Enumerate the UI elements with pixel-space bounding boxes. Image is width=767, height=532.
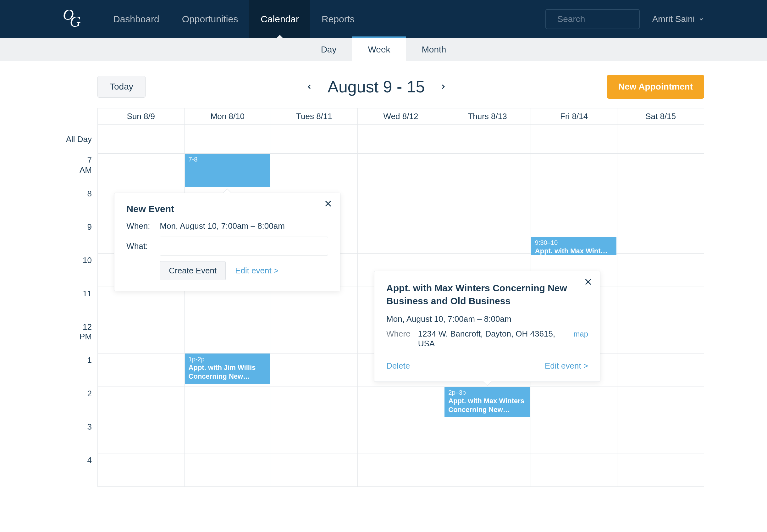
subtab-month[interactable]: Month xyxy=(406,38,462,61)
nav-item-reports[interactable]: Reports xyxy=(310,0,366,38)
when-label: When: xyxy=(126,221,153,231)
what-label: What: xyxy=(126,241,153,251)
subtab-day[interactable]: Day xyxy=(305,38,352,61)
hour-label: 12PM xyxy=(63,320,97,354)
event-block[interactable]: 2p–3p Appt. with Max Winters Concerning … xyxy=(445,387,530,417)
hour-cell[interactable] xyxy=(617,287,704,320)
hour-cell[interactable] xyxy=(271,387,357,420)
all-day-label: All Day xyxy=(63,125,97,154)
nav-item-opportunities[interactable]: Opportunities xyxy=(171,0,249,38)
all-day-cell[interactable] xyxy=(444,125,531,154)
map-link[interactable]: map xyxy=(573,330,588,338)
chevron-left-icon xyxy=(305,83,313,90)
all-day-cell[interactable] xyxy=(357,125,444,154)
hour-cell[interactable] xyxy=(444,220,531,254)
hour-cell[interactable] xyxy=(97,320,184,354)
hour-cell[interactable] xyxy=(617,420,704,453)
grid-corner xyxy=(63,108,97,125)
hour-cell[interactable] xyxy=(184,453,271,487)
user-menu[interactable]: Amrit Saini xyxy=(652,14,704,24)
close-button[interactable] xyxy=(584,277,593,286)
event-time: 7-8 xyxy=(189,156,266,163)
hour-cell[interactable] xyxy=(271,287,357,320)
event-block[interactable]: 9:30–10 Appt. with Max Wint… xyxy=(531,237,617,255)
prev-week-button[interactable] xyxy=(302,80,316,94)
hour-cell[interactable] xyxy=(444,453,531,487)
new-appointment-button[interactable]: New Appointment xyxy=(607,75,704,99)
hour-cell[interactable] xyxy=(271,453,357,487)
calendar-toolbar: Today August 9 - 15 New Appointment xyxy=(0,61,767,108)
hour-cell[interactable] xyxy=(357,187,444,220)
view-subtabs: Day Week Month xyxy=(0,38,767,61)
hour-cell[interactable] xyxy=(97,154,184,187)
hour-cell[interactable] xyxy=(444,187,531,220)
event-time: 9:30–10 xyxy=(535,239,613,247)
day-header: Fri 8/14 xyxy=(531,108,617,125)
edit-event-link[interactable]: Edit event > xyxy=(545,361,588,371)
hour-label: 7AM xyxy=(63,154,97,187)
hour-cell[interactable] xyxy=(531,453,617,487)
event-title: Appt. with Max Wint… xyxy=(535,247,613,255)
user-name: Amrit Saini xyxy=(652,14,695,24)
event-block[interactable]: 1p-2p Appt. with Jim Willis Concerning N… xyxy=(185,354,270,384)
hour-cell[interactable] xyxy=(617,320,704,354)
all-day-cell[interactable] xyxy=(97,125,184,154)
hour-cell[interactable] xyxy=(617,254,704,287)
hour-cell[interactable] xyxy=(617,354,704,387)
hour-cell[interactable] xyxy=(357,220,444,254)
today-button[interactable]: Today xyxy=(97,76,145,98)
hour-cell[interactable] xyxy=(97,420,184,453)
delete-link[interactable]: Delete xyxy=(386,361,410,371)
hour-cell[interactable] xyxy=(617,154,704,187)
hour-cell[interactable] xyxy=(271,420,357,453)
what-input[interactable] xyxy=(160,237,328,255)
hour-cell[interactable] xyxy=(617,187,704,220)
nav-item-dashboard[interactable]: Dashboard xyxy=(102,0,171,38)
hour-cell[interactable] xyxy=(184,420,271,453)
hour-cell[interactable] xyxy=(444,420,531,453)
create-event-button[interactable]: Create Event xyxy=(160,261,226,280)
search-box[interactable] xyxy=(545,9,640,29)
hour-label: 8 xyxy=(63,187,97,220)
logo[interactable]: OG xyxy=(63,9,83,29)
all-day-cell[interactable] xyxy=(271,125,357,154)
subtab-week[interactable]: Week xyxy=(352,38,406,61)
nav-item-calendar[interactable]: Calendar xyxy=(249,0,310,38)
popover-title: New Event xyxy=(126,204,328,214)
all-day-cell[interactable] xyxy=(184,125,271,154)
hour-cell[interactable] xyxy=(357,387,444,420)
hour-cell[interactable] xyxy=(97,287,184,320)
edit-event-link[interactable]: Edit event > xyxy=(235,266,278,276)
hour-cell[interactable] xyxy=(97,354,184,387)
hour-cell[interactable] xyxy=(271,354,357,387)
next-week-button[interactable] xyxy=(436,80,450,94)
day-header: Sun 8/9 xyxy=(97,108,184,125)
top-nav: OG Dashboard Opportunities Calendar Repo… xyxy=(0,0,767,38)
chevron-down-icon xyxy=(699,16,704,22)
hour-cell[interactable] xyxy=(531,187,617,220)
hour-cell[interactable] xyxy=(357,453,444,487)
hour-cell[interactable] xyxy=(617,453,704,487)
hour-cell[interactable] xyxy=(184,320,271,354)
hour-cell[interactable] xyxy=(271,320,357,354)
hour-cell[interactable] xyxy=(357,154,444,187)
event-block[interactable]: 7-8 xyxy=(185,154,270,187)
hour-cell[interactable] xyxy=(357,420,444,453)
hour-cell[interactable] xyxy=(97,387,184,420)
all-day-cell[interactable] xyxy=(617,125,704,154)
hour-cell[interactable] xyxy=(271,154,357,187)
hour-cell[interactable] xyxy=(184,387,271,420)
hour-cell[interactable] xyxy=(97,453,184,487)
hour-cell[interactable] xyxy=(531,420,617,453)
hour-label: 2 xyxy=(63,387,97,420)
all-day-cell[interactable] xyxy=(531,125,617,154)
day-header: Tues 8/11 xyxy=(271,108,357,125)
hour-cell[interactable] xyxy=(531,154,617,187)
close-button[interactable] xyxy=(324,199,332,208)
hour-cell[interactable] xyxy=(184,287,271,320)
hour-cell[interactable] xyxy=(617,387,704,420)
hour-cell[interactable] xyxy=(617,220,704,254)
hour-cell[interactable] xyxy=(444,154,531,187)
hour-cell[interactable] xyxy=(531,387,617,420)
nav-items: Dashboard Opportunities Calendar Reports xyxy=(102,0,366,38)
